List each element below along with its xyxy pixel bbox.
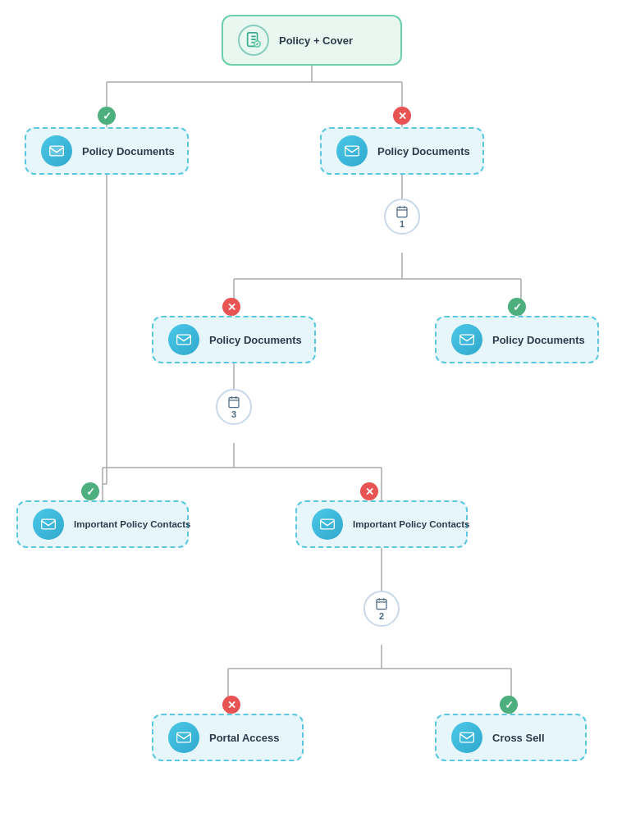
email-icon-n2 bbox=[336, 135, 368, 167]
svg-rect-40 bbox=[229, 397, 239, 407]
svg-rect-32 bbox=[42, 519, 56, 529]
svg-rect-30 bbox=[177, 335, 191, 345]
timer-1: 1 bbox=[384, 199, 420, 235]
root-icon bbox=[238, 25, 269, 56]
envelope-svg7 bbox=[176, 729, 192, 746]
envelope-svg bbox=[48, 143, 65, 159]
email-icon-n5 bbox=[33, 509, 64, 540]
svg-rect-44 bbox=[377, 599, 386, 609]
label-n8: Cross Sell bbox=[492, 732, 545, 744]
badge-cross-n3: ✕ bbox=[222, 298, 240, 316]
badge-cross-n2: ✕ bbox=[393, 107, 411, 125]
timer-1-num: 1 bbox=[400, 219, 405, 229]
node-n2[interactable]: Policy Documents bbox=[320, 127, 484, 175]
calendar-icon-3 bbox=[227, 395, 240, 409]
calendar-icon-1 bbox=[395, 205, 409, 218]
timer-3: 3 bbox=[216, 389, 252, 425]
email-icon-n3 bbox=[168, 324, 199, 355]
badge-check-n5: ✓ bbox=[81, 482, 99, 500]
root-label: Policy + Cover bbox=[279, 34, 353, 47]
envelope-svg8 bbox=[459, 729, 475, 746]
label-n7: Portal Access bbox=[209, 732, 280, 744]
svg-rect-29 bbox=[345, 146, 359, 156]
node-n8[interactable]: Cross Sell bbox=[435, 714, 587, 761]
label-n4: Policy Documents bbox=[492, 334, 585, 346]
badge-cross-n6: ✕ bbox=[360, 482, 378, 500]
email-icon-n4 bbox=[451, 324, 482, 355]
envelope-svg6 bbox=[319, 516, 336, 532]
svg-rect-31 bbox=[460, 335, 474, 345]
svg-rect-33 bbox=[321, 519, 335, 529]
email-icon-n7 bbox=[168, 722, 199, 753]
node-n3[interactable]: Policy Documents bbox=[152, 316, 316, 363]
timer-2: 2 bbox=[363, 591, 400, 627]
calendar-icon-2 bbox=[375, 597, 388, 610]
envelope-svg2 bbox=[344, 143, 360, 159]
email-icon-n6 bbox=[312, 509, 343, 540]
node-n1[interactable]: Policy Documents bbox=[25, 127, 189, 175]
node-n5[interactable]: Important Policy Contacts bbox=[16, 500, 189, 548]
svg-rect-35 bbox=[460, 733, 474, 742]
badge-check-n8: ✓ bbox=[500, 696, 518, 714]
svg-rect-36 bbox=[397, 207, 407, 217]
label-n3: Policy Documents bbox=[209, 334, 302, 346]
badge-check-n1: ✓ bbox=[98, 107, 116, 125]
timer-3-num: 3 bbox=[231, 409, 236, 419]
envelope-svg3 bbox=[176, 331, 192, 348]
node-n4[interactable]: Policy Documents bbox=[435, 316, 599, 363]
svg-rect-27 bbox=[50, 146, 64, 156]
envelope-svg4 bbox=[459, 331, 475, 348]
label-n5: Important Policy Contacts bbox=[74, 519, 191, 529]
timer-2-num: 2 bbox=[379, 611, 384, 621]
node-n7[interactable]: Portal Access bbox=[152, 714, 304, 761]
document-icon bbox=[245, 31, 263, 49]
workflow-canvas: Policy + Cover Policy Documents Policy D… bbox=[0, 0, 640, 840]
label-n6: Important Policy Contacts bbox=[353, 519, 470, 529]
badge-cross-n7: ✕ bbox=[222, 696, 240, 714]
label-n1: Policy Documents bbox=[82, 145, 175, 158]
email-icon-n1 bbox=[41, 135, 72, 167]
badge-check-n4: ✓ bbox=[508, 298, 526, 316]
email-icon-n8 bbox=[451, 722, 482, 753]
label-n2: Policy Documents bbox=[377, 145, 470, 158]
root-node[interactable]: Policy + Cover bbox=[222, 15, 402, 66]
envelope-svg5 bbox=[40, 516, 57, 532]
svg-rect-34 bbox=[177, 733, 191, 742]
node-n6[interactable]: Important Policy Contacts bbox=[295, 500, 468, 548]
